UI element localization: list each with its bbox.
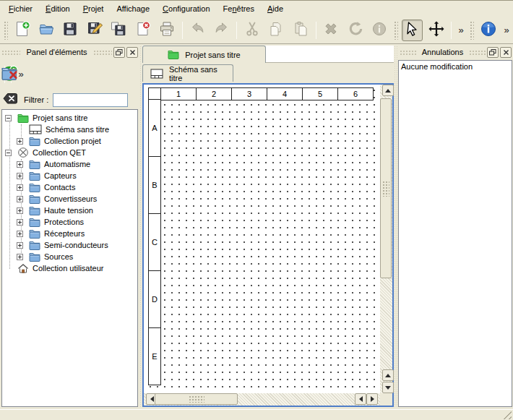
undo-panel-dock: Annulations Aucune modification (398, 46, 513, 407)
close-panel-button[interactable] (126, 47, 138, 58)
menu-affichage[interactable]: Affichage (110, 1, 156, 16)
tree-item-haute-tension[interactable]: Haute tension (2, 205, 137, 216)
toolbar-separator (236, 22, 237, 39)
tree-item-semi-conducteurs[interactable]: Semi-conducteurs (2, 239, 137, 251)
elements-panel-titlebar[interactable]: Panel d'éléments (1, 46, 138, 59)
window-resize-grip[interactable] (503, 411, 512, 419)
collapse-icon[interactable] (5, 115, 12, 121)
tree-item-convertisseurs[interactable]: Convertisseurs (2, 193, 137, 205)
delete-button[interactable] (321, 20, 342, 41)
tree-expander-slot (17, 219, 27, 226)
menu-configuration[interactable]: Configuration (156, 1, 216, 16)
collections-toolbar: » (1, 61, 137, 87)
collapse-icon[interactable] (5, 150, 12, 156)
cut-button[interactable] (241, 20, 262, 41)
info-blue-icon (480, 20, 497, 40)
save-as-button[interactable] (84, 20, 105, 41)
tree-item-recepteurs[interactable]: Récepteurs (2, 228, 137, 239)
mode-toolbar-handle[interactable] (394, 21, 398, 40)
tree-item-label: Récepteurs (44, 229, 85, 238)
undo-list-item[interactable]: Aucune modification (399, 61, 512, 72)
copy-button[interactable] (266, 20, 287, 41)
redo-button[interactable] (211, 20, 232, 41)
expand-icon[interactable] (17, 254, 23, 260)
expand-icon[interactable] (17, 207, 23, 214)
menu-edition[interactable]: Édition (39, 1, 77, 16)
save-button[interactable] (60, 20, 81, 41)
tree-item-sources[interactable]: Sources (2, 251, 137, 262)
element-info-button[interactable] (368, 20, 389, 41)
print-button[interactable] (156, 20, 177, 41)
menu-aide[interactable]: Aide (261, 1, 290, 16)
undo-button[interactable] (187, 20, 208, 41)
tab-projet-sans-titre[interactable]: Projet sans titre (142, 46, 266, 63)
new-project-button[interactable] (12, 20, 33, 41)
column-label-3: 3 (231, 87, 267, 100)
float-panel-button[interactable] (487, 47, 499, 58)
expand-icon[interactable] (17, 242, 23, 249)
undo-panel-titlebar[interactable]: Annulations (400, 46, 512, 59)
undo-icon (189, 20, 206, 40)
vertical-scroll-thumb[interactable] (380, 98, 392, 278)
toolbar-separator (316, 22, 316, 39)
filter-input[interactable] (53, 93, 128, 107)
diagram-canvas[interactable]: 123456 ABCDE (144, 85, 380, 393)
float-panel-button[interactable] (113, 47, 125, 58)
tab-schema-sans-titre[interactable]: Schéma sans titre (142, 64, 233, 82)
dock-drag-texture (400, 50, 416, 55)
open-icon (38, 20, 55, 40)
expand-icon[interactable] (17, 138, 23, 145)
tree-item-label: Semi-conducteurs (44, 241, 108, 249)
menu-fichier[interactable]: Fichier (2, 1, 39, 16)
menu-fenetres[interactable]: Fenêtres (217, 1, 261, 16)
tree-item-automatisme[interactable]: Automatisme (2, 158, 137, 170)
open-project-button[interactable] (35, 20, 56, 41)
selection-mode-button[interactable] (402, 20, 423, 41)
expand-icon[interactable] (17, 173, 23, 179)
paste-button[interactable] (290, 20, 311, 41)
rotate-button[interactable] (345, 20, 366, 41)
tree-item-capteurs[interactable]: Capteurs (2, 170, 137, 181)
expand-icon[interactable] (17, 219, 23, 226)
vertical-scrollbar[interactable] (380, 85, 392, 393)
tree-item-collection-utilisateur[interactable]: Collection utilisateur (2, 262, 137, 274)
folder-blue-icon (29, 160, 40, 169)
thumb-grip (382, 181, 389, 197)
close-panel-button[interactable] (500, 47, 512, 58)
project-folder-icon (168, 50, 179, 59)
close-project-button[interactable] (132, 20, 153, 41)
info-toolbar-handle[interactable] (470, 21, 474, 40)
scroll-down-button[interactable] (382, 382, 394, 393)
mode-toolbar-extension-button[interactable]: » (455, 21, 467, 40)
menu-projet[interactable]: Projet (77, 1, 111, 16)
scroll-right-button[interactable] (366, 393, 378, 405)
expand-icon[interactable] (17, 231, 23, 237)
tree-item-projet-sans-titre[interactable]: Projet sans titre (2, 112, 137, 124)
left-arrow-icon (359, 396, 363, 402)
horizontal-scroll-thumb[interactable] (155, 393, 238, 405)
pan-mode-button[interactable] (426, 20, 447, 41)
tree-item-collection-qet[interactable]: Collection QET (2, 147, 137, 158)
tree-item-protections[interactable]: Protections (2, 216, 137, 228)
horizontal-scrollbar[interactable] (144, 393, 380, 406)
scroll-up-button-2[interactable] (382, 369, 394, 381)
column-label-4: 4 (267, 87, 303, 100)
left-splitter-handle[interactable] (139, 46, 142, 407)
scroll-left-button-2[interactable] (355, 393, 366, 405)
dock-drag-texture (469, 50, 486, 55)
info-toolbar-extension-button[interactable]: » (501, 21, 512, 40)
expand-icon[interactable] (17, 196, 23, 202)
expand-icon[interactable] (17, 161, 23, 168)
tree-item-collection-projet[interactable]: Collection projet (2, 135, 137, 147)
file-toolbar-handle[interactable] (4, 21, 8, 40)
tree-item-schema-sans-titre[interactable]: Schéma sans titre (2, 124, 137, 135)
about-button[interactable] (478, 20, 499, 41)
delete-category-button[interactable] (4, 69, 15, 80)
expand-icon[interactable] (17, 184, 23, 191)
right-splitter-handle[interactable] (394, 46, 398, 407)
tree-item-contacts[interactable]: Contacts (2, 181, 137, 193)
scroll-up-button[interactable] (382, 85, 394, 96)
tree-expander-slot (17, 161, 27, 168)
save-all-button[interactable] (108, 20, 129, 41)
clear-filter-button[interactable] (3, 93, 18, 107)
